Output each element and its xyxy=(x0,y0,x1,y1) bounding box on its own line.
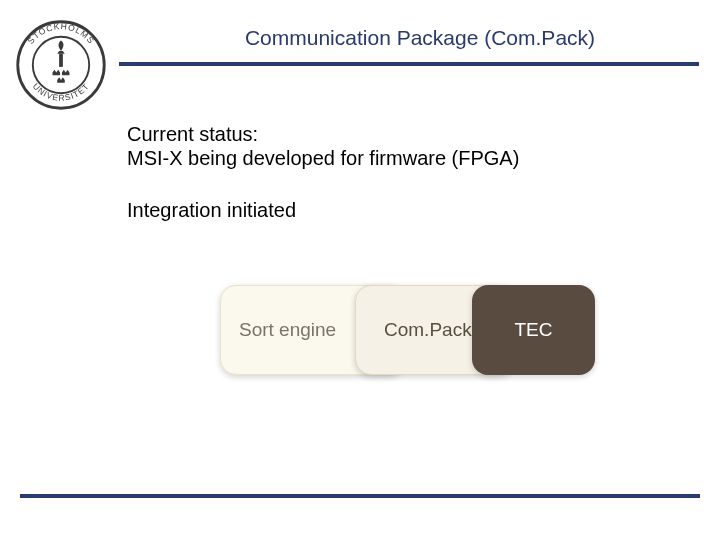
svg-text:UNIVERSITET: UNIVERSITET xyxy=(31,81,91,103)
block-compack-label: Com.Pack xyxy=(384,319,472,341)
svg-rect-4 xyxy=(59,54,63,67)
status-label: Current status: xyxy=(127,122,258,146)
university-seal-logo: STOCKHOLMS UNIVERSITET xyxy=(14,18,108,112)
block-tec-label: TEC xyxy=(515,319,553,341)
divider-top xyxy=(119,62,699,66)
divider-bottom xyxy=(20,494,700,498)
integration-line: Integration initiated xyxy=(127,198,296,222)
status-detail: MSI-X being developed for firmware (FPGA… xyxy=(127,146,519,170)
blocks-diagram: Sort engine Com.Pack TEC xyxy=(220,285,595,385)
block-sort-engine-label: Sort engine xyxy=(239,319,336,341)
seal-icon: STOCKHOLMS UNIVERSITET xyxy=(14,18,108,112)
page-title: Communication Package (Com.Pack) xyxy=(200,26,640,50)
slide: STOCKHOLMS UNIVERSITET Communication Pac… xyxy=(0,0,720,540)
block-tec: TEC xyxy=(472,285,595,375)
